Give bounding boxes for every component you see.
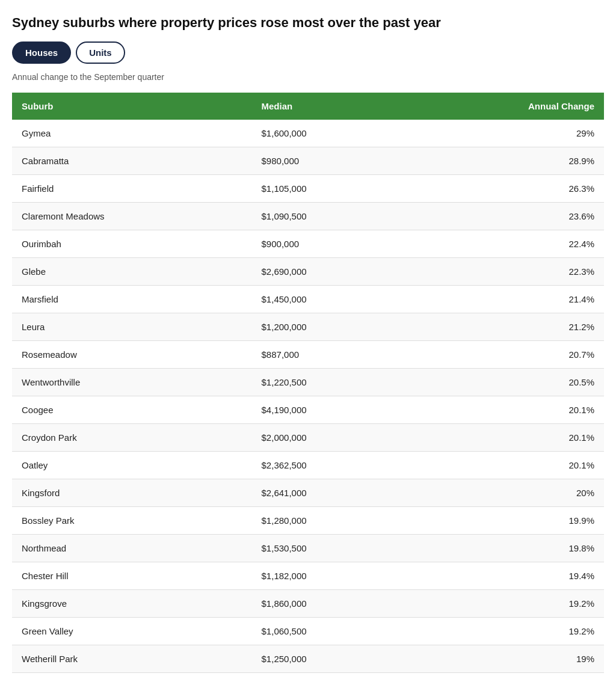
cell-median: $1,090,500 [252, 202, 404, 230]
cell-suburb: Croydon Park [12, 423, 252, 451]
cell-median: $1,450,000 [252, 285, 404, 313]
cell-suburb: Green Valley [12, 617, 252, 645]
cell-suburb: Rosemeadow [12, 340, 252, 368]
col-header-change: Annual Change [403, 93, 604, 120]
cell-median: $1,220,500 [252, 368, 404, 396]
tab-units[interactable]: Units [76, 41, 125, 64]
cell-suburb: Cabramatta [12, 147, 252, 174]
cell-suburb: Gymea [12, 120, 252, 147]
table-row: Cabramatta$980,00028.9% [12, 147, 604, 174]
cell-median: $2,690,000 [252, 257, 404, 285]
table-row: Kingsford$2,641,00020% [12, 479, 604, 506]
table-row: Claremont Meadows$1,090,50023.6% [12, 202, 604, 230]
cell-median: $1,530,500 [252, 534, 404, 562]
cell-median: $1,250,000 [252, 645, 404, 672]
cell-suburb: Wentworthville [12, 368, 252, 396]
cell-median: $1,860,000 [252, 589, 404, 617]
cell-suburb: Ourimbah [12, 230, 252, 257]
table-row: Chester Hill$1,182,00019.4% [12, 562, 604, 589]
cell-change: 29% [403, 120, 604, 147]
table-row: Croydon Park$2,000,00020.1% [12, 423, 604, 451]
table-row: Leura$1,200,00021.2% [12, 313, 604, 340]
cell-change: 19% [403, 645, 604, 672]
cell-suburb: Kingsford [12, 479, 252, 506]
cell-change: 23.6% [403, 202, 604, 230]
cell-median: $1,280,000 [252, 506, 404, 534]
cell-suburb: Glebe [12, 257, 252, 285]
cell-suburb: Chester Hill [12, 562, 252, 589]
cell-suburb: Claremont Meadows [12, 202, 252, 230]
cell-change: 21.4% [403, 285, 604, 313]
cell-change: 20.1% [403, 423, 604, 451]
cell-change: 20.5% [403, 368, 604, 396]
table-row: Wetherill Park$1,250,00019% [12, 645, 604, 672]
cell-suburb: Leura [12, 313, 252, 340]
table-row: Glebe$2,690,00022.3% [12, 257, 604, 285]
cell-change: 21.2% [403, 313, 604, 340]
cell-suburb: Coogee [12, 396, 252, 423]
cell-median: $900,000 [252, 230, 404, 257]
table-header-row: Suburb Median Annual Change [12, 93, 604, 120]
cell-change: 20.7% [403, 340, 604, 368]
cell-median: $887,000 [252, 340, 404, 368]
cell-change: 22.4% [403, 230, 604, 257]
cell-change: 20.1% [403, 396, 604, 423]
cell-suburb: Marsfield [12, 285, 252, 313]
tab-row: Houses Units [12, 41, 604, 64]
table-row: Marsfield$1,450,00021.4% [12, 285, 604, 313]
cell-suburb: Oatley [12, 451, 252, 479]
cell-median: $1,182,000 [252, 562, 404, 589]
col-header-median: Median [252, 93, 404, 120]
cell-change: 19.9% [403, 506, 604, 534]
cell-change: 28.9% [403, 147, 604, 174]
cell-median: $2,362,500 [252, 451, 404, 479]
cell-suburb: Northmead [12, 534, 252, 562]
cell-suburb: Bossley Park [12, 506, 252, 534]
property-table: Suburb Median Annual Change Gymea$1,600,… [12, 93, 604, 673]
cell-median: $1,105,000 [252, 174, 404, 202]
table-row: Wentworthville$1,220,50020.5% [12, 368, 604, 396]
table-row: Coogee$4,190,00020.1% [12, 396, 604, 423]
table-row: Kingsgrove$1,860,00019.2% [12, 589, 604, 617]
cell-change: 20.1% [403, 451, 604, 479]
cell-suburb: Wetherill Park [12, 645, 252, 672]
page-title: Sydney suburbs where property prices ros… [12, 14, 604, 32]
table-row: Gymea$1,600,00029% [12, 120, 604, 147]
cell-median: $1,060,500 [252, 617, 404, 645]
cell-change: 20% [403, 479, 604, 506]
cell-change: 19.2% [403, 617, 604, 645]
cell-median: $2,641,000 [252, 479, 404, 506]
table-row: Rosemeadow$887,00020.7% [12, 340, 604, 368]
cell-change: 19.4% [403, 562, 604, 589]
cell-change: 22.3% [403, 257, 604, 285]
table-row: Northmead$1,530,50019.8% [12, 534, 604, 562]
table-row: Oatley$2,362,50020.1% [12, 451, 604, 479]
cell-median: $980,000 [252, 147, 404, 174]
table-row: Ourimbah$900,00022.4% [12, 230, 604, 257]
cell-suburb: Kingsgrove [12, 589, 252, 617]
cell-change: 19.8% [403, 534, 604, 562]
cell-median: $4,190,000 [252, 396, 404, 423]
table-row: Fairfield$1,105,00026.3% [12, 174, 604, 202]
cell-median: $1,200,000 [252, 313, 404, 340]
tab-houses[interactable]: Houses [12, 41, 71, 64]
cell-suburb: Fairfield [12, 174, 252, 202]
table-row: Bossley Park$1,280,00019.9% [12, 506, 604, 534]
cell-change: 19.2% [403, 589, 604, 617]
cell-median: $2,000,000 [252, 423, 404, 451]
col-header-suburb: Suburb [12, 93, 252, 120]
cell-median: $1,600,000 [252, 120, 404, 147]
subtitle: Annual change to the September quarter [12, 72, 604, 82]
table-row: Green Valley$1,060,50019.2% [12, 617, 604, 645]
cell-change: 26.3% [403, 174, 604, 202]
